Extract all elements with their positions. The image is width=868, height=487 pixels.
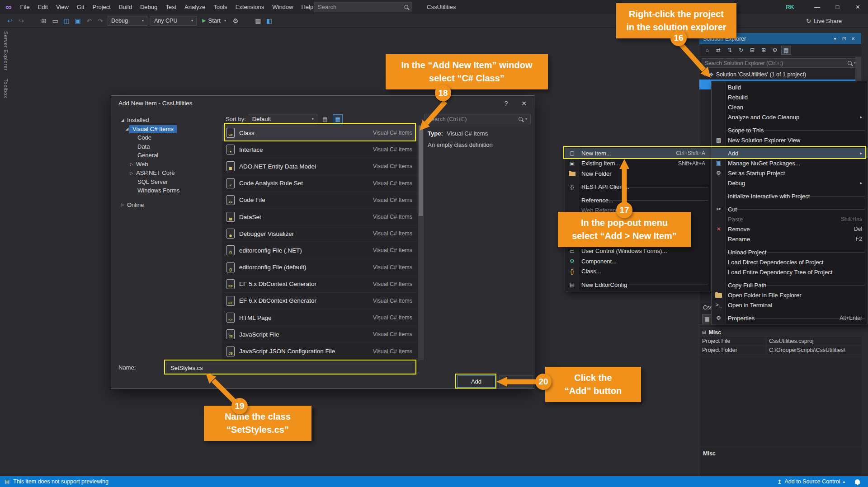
tool-window-tab[interactable]: Server Explorer [3, 31, 9, 70]
gallery-icon[interactable]: ▦ [253, 17, 264, 24]
collapse-all-icon[interactable]: ⊟ [747, 46, 757, 55]
template-list-item[interactable]: EF EF 6.x DbContext Generator Visual C# … [222, 293, 418, 309]
category-tree-item[interactable]: ▷ Web [116, 160, 221, 169]
menu-item[interactable]: View [52, 0, 73, 14]
menu-item[interactable]: Test [161, 0, 180, 14]
category-tree-item[interactable]: ▷ ASP.NET Core [116, 169, 221, 178]
category-tree-item[interactable]: ◢ Installed [116, 116, 221, 125]
home-icon[interactable]: ⌂ [702, 46, 712, 55]
undo-icon[interactable]: ↶ [84, 17, 94, 24]
category-tree-item[interactable]: Data [116, 142, 221, 151]
tree-expander-icon[interactable]: ▾ [702, 72, 707, 77]
debug-configuration-dropdown[interactable]: Debug ▾ [108, 16, 147, 26]
context-menu-item[interactable]: Analyze and Code Cleanup ▸ [712, 112, 868, 122]
help-button[interactable]: ? [504, 100, 508, 107]
template-list-item[interactable]: {} editorconfig File (.NET) Visual C# It… [222, 242, 418, 259]
menu-item[interactable]: Extensions [231, 0, 269, 14]
category-tree-item[interactable]: Windows Forms [116, 186, 221, 195]
context-menu-item[interactable]: ⚙ Set as Startup Project [712, 168, 868, 178]
category-tree-item[interactable]: Code [116, 133, 221, 142]
template-list-item[interactable]: ✓ Code Analysis Rule Set Visual C# Items [222, 175, 418, 192]
live-share-button[interactable]: ↻ Live Share [806, 14, 842, 28]
submenu-item[interactable]: ⚙ Component... [565, 256, 711, 267]
context-menu-item[interactable]: Build [712, 82, 868, 92]
context-menu-item[interactable]: Copy Full Path [712, 280, 868, 290]
solution-explorer-search[interactable]: ▾ [702, 58, 859, 68]
cancel-button[interactable]: Cancel [499, 375, 533, 388]
refresh-icon[interactable]: ↻ [736, 46, 746, 55]
context-menu-item[interactable]: Unload Project [712, 247, 868, 257]
list-scrollbar[interactable] [418, 125, 424, 360]
submenu-item[interactable]: ▤ New EditorConfig [565, 280, 711, 290]
close-icon[interactable]: ✕ [849, 36, 858, 41]
save-icon[interactable]: ◫ [61, 17, 72, 24]
close-button[interactable]: ✕ [848, 0, 868, 14]
menu-item[interactable]: Window [268, 0, 297, 14]
quick-search-box[interactable]: Search [314, 2, 412, 12]
open-file-icon[interactable]: ▭ [50, 17, 61, 24]
category-tree-item[interactable]: ◢ Visual C# Items [116, 125, 221, 134]
menu-item[interactable]: Project [88, 0, 114, 14]
platform-dropdown[interactable]: Any CPU ▾ [151, 16, 197, 26]
category-tree-item[interactable]: SQL Server [116, 178, 221, 187]
template-list-item[interactable]: ◉ Debugger Visualizer Visual C# Items [222, 225, 418, 242]
minimize-button[interactable]: — [807, 0, 827, 14]
submenu-item[interactable]: ▣ Existing Item... Shift+Alt+A [565, 159, 711, 169]
add-button[interactable]: Add [457, 375, 495, 388]
menu-item[interactable]: Tools [209, 0, 231, 14]
menu-item[interactable]: Analyze [180, 0, 209, 14]
context-menu-item[interactable]: ✕ Remove Del [712, 224, 868, 234]
name-input[interactable] [166, 362, 415, 374]
start-debugging-button[interactable]: ▶ Start ▾ [202, 17, 226, 24]
solution-explorer-search-input[interactable] [705, 60, 845, 66]
tool-window-tab[interactable]: Toolbox [3, 79, 9, 98]
context-menu-item[interactable]: ✂ Cut [712, 204, 868, 214]
small-icons-view-icon[interactable]: ▤ [320, 114, 330, 124]
context-menu-item[interactable]: >_ Open in Terminal [712, 300, 868, 310]
navigate-back-icon[interactable]: ↩ [5, 17, 15, 24]
maximize-button[interactable]: □ [827, 0, 848, 14]
category-tree-item[interactable]: General [116, 151, 221, 160]
pin-icon[interactable]: ⊡ [840, 36, 849, 41]
menu-item[interactable]: File [16, 0, 34, 14]
ctx-menu-item-add[interactable]: Add ▸ [712, 148, 868, 158]
context-menu-item[interactable]: Rebuild [712, 92, 868, 102]
settings-icon[interactable]: ⚙ [770, 46, 780, 55]
notifications-bell-icon[interactable] [855, 479, 860, 484]
template-search-input[interactable] [428, 116, 516, 122]
template-list-item[interactable]: JS JavaScript JSON Configuration File Vi… [222, 343, 418, 360]
properties-group-header[interactable]: ⊟ Misc [699, 328, 861, 337]
menu-item[interactable]: Edit [34, 0, 52, 14]
template-list-item[interactable]: ● Interface Visual C# Items [222, 141, 418, 158]
save-all-icon[interactable]: ▣ [72, 17, 83, 24]
submenu-item[interactable]: Reference... [565, 195, 711, 206]
categorized-view-icon[interactable]: ▦ [702, 314, 712, 323]
property-row[interactable]: Project File CssUtilities.csproj [699, 337, 861, 346]
template-list-item[interactable]: EF EF 5.x DbContext Generator Visual C# … [222, 276, 418, 293]
context-menu-item[interactable]: Load Entire Dependency Tree of Project [712, 267, 868, 277]
template-list-item[interactable]: JS JavaScript File Visual C# Items [222, 326, 418, 343]
template-list-item[interactable]: {} editorconfig File (default) Visual C#… [222, 259, 418, 276]
preview-icon[interactable]: ◧ [264, 17, 275, 24]
submenu-item[interactable]: ▭ User Control (Windows Forms)... [565, 246, 711, 257]
sync-icon[interactable]: ⇅ [725, 46, 735, 55]
popout-menu-item-new-item[interactable]: ▢ New Item... Ctrl+Shift+A [565, 148, 711, 159]
template-list-item[interactable]: ▤ DataSet Visual C# Items [222, 209, 418, 225]
sort-by-dropdown[interactable]: Default ▾ [249, 114, 317, 124]
solution-node[interactable]: ▾ ❖ Solution 'CssUtilities' (1 of 1 proj… [699, 70, 861, 80]
show-all-files-icon[interactable]: ⊞ [759, 46, 769, 55]
context-menu-item[interactable]: Initialize Interactive with Project [712, 191, 868, 201]
account-avatar[interactable]: RK [786, 4, 794, 10]
submenu-item[interactable]: {} Class... [565, 267, 711, 277]
submenu-item[interactable]: {} REST API Client... [565, 182, 711, 192]
source-control-button[interactable]: ↥ Add to Source Control ▴ [777, 478, 860, 485]
template-search-box[interactable]: ▾ [424, 114, 531, 124]
context-menu-item[interactable]: ⚙ Properties Alt+Enter [712, 313, 868, 323]
navigate-forward-icon[interactable]: ↪ [16, 17, 27, 24]
window-position-icon[interactable]: ▾ [830, 36, 840, 41]
context-menu-item[interactable]: Open Folder in File Explorer [712, 290, 868, 300]
context-menu-item[interactable]: Paste Shift+Ins [712, 214, 868, 224]
template-list-item[interactable]: <> Code File Visual C# Items [222, 192, 418, 209]
menu-item[interactable]: Build [115, 0, 136, 14]
category-tree-item[interactable]: ▷ Online [116, 201, 221, 210]
